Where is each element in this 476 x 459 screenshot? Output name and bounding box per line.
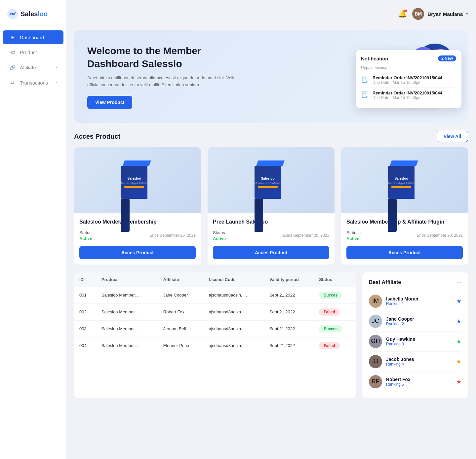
view-product-button[interactable]: View Product bbox=[87, 96, 132, 109]
chevron-down-icon: ▾ bbox=[466, 12, 468, 16]
access-product-section: Acces Product View All Salesloo Membersh… bbox=[74, 131, 468, 265]
box-right bbox=[388, 199, 397, 232]
cell-validity: Sept 21,2022 bbox=[264, 320, 314, 337]
notif-order: Reminder Order INV/20210915/044 bbox=[373, 75, 442, 80]
table-row: 004 Salesloo Member. . . Eleanor Pena aj… bbox=[74, 337, 356, 354]
cell-id: 003 bbox=[74, 320, 96, 337]
sidebar-item-label: Affiliate bbox=[20, 65, 36, 70]
main-content: 🔔 BM Bryan Maulana ▾ Welcome to the Memb… bbox=[66, 0, 476, 459]
affiliate-rank: Ranking 1 bbox=[386, 301, 452, 306]
cell-product: Salesloo Member. . . bbox=[96, 337, 158, 354]
product-meta-1: Status : Active Ends September 20, 2021 bbox=[79, 230, 196, 241]
svg-point-1 bbox=[12, 13, 14, 15]
hero-description: Amet minim mollit non deserunt ullamco e… bbox=[87, 75, 246, 88]
dashboard-icon: ⊞ bbox=[9, 34, 16, 40]
status-value: Active bbox=[346, 236, 359, 241]
table-body: 001 Salesloo Member. . . Jane Cooper ajs… bbox=[74, 287, 356, 354]
cell-license: ajsdhausd8aosih. . . bbox=[203, 287, 264, 303]
status-value: Active bbox=[79, 236, 92, 241]
sidebar-item-affiliate[interactable]: 🔗 Affiliate › bbox=[3, 60, 63, 74]
box-right bbox=[255, 199, 263, 232]
more-options-button[interactable]: ··· bbox=[456, 279, 461, 286]
affiliate-avatar: GH bbox=[369, 335, 382, 348]
col-product: Product bbox=[96, 272, 158, 287]
sidebar-item-product[interactable]: 🏷 Product bbox=[3, 46, 63, 59]
product-status-3: Status : Active bbox=[346, 230, 361, 241]
cell-validity: Sept 21,2022 bbox=[264, 303, 314, 320]
access-product-button-3[interactable]: Acces Product bbox=[346, 246, 463, 259]
notification-bell[interactable]: 🔔 bbox=[398, 10, 407, 18]
affiliate-info: Jacob Jones Ranking 4 bbox=[386, 357, 452, 367]
product-ends-3: Ends September 20, 2021 bbox=[417, 233, 463, 238]
notif-item-details-2: Reminder Order INV/20210915/044 Due Date… bbox=[373, 90, 442, 100]
notif-item-1: 🧾 Reminder Order INV/20210915/044 Due Da… bbox=[361, 73, 456, 88]
affiliate-name: Jacob Jones bbox=[386, 357, 452, 362]
bottom-section: ID Product Affiliate Licensi Code Validi… bbox=[74, 272, 468, 398]
invoice-icon-2: 🧾 bbox=[361, 90, 369, 98]
notif-order-2: Reminder Order INV/20210915/044 bbox=[373, 90, 442, 95]
ranking-star-icon: ★ bbox=[456, 298, 461, 305]
view-all-button[interactable]: View All bbox=[437, 131, 468, 142]
affiliate-name: Jane Cooper bbox=[386, 316, 452, 322]
transactions-table: ID Product Affiliate Licensi Code Validi… bbox=[74, 272, 356, 398]
notif-section-title: Unpaid Invoice bbox=[361, 65, 456, 70]
product-name-3: Salesloo Membership & Affiliate Plugin bbox=[346, 219, 463, 226]
status-badge: Succes bbox=[319, 325, 342, 333]
sidebar-item-dashboard[interactable]: ⊞ Dashboard bbox=[3, 30, 63, 44]
affiliate-item: JC Jane Cooper Ranking 2 ★ bbox=[369, 311, 461, 332]
chevron-right-icon: › bbox=[56, 65, 57, 70]
affiliate-name: Guy Hawkins bbox=[386, 336, 452, 342]
access-product-button-1[interactable]: Acces Product bbox=[79, 246, 196, 259]
cell-product: Salesloo Member. . . bbox=[96, 320, 158, 337]
notification-popup: Notification 2 New Unpaid Invoice 🧾 Remi… bbox=[356, 50, 461, 108]
cell-id: 002 bbox=[74, 303, 96, 320]
product-box-3d-2: Salesloo Membership & Affiliate bbox=[255, 160, 288, 200]
table-row: 001 Salesloo Member. . . Jane Cooper ajs… bbox=[74, 287, 356, 303]
product-card-body-2: Pree Launch Salesloo Status : Active End… bbox=[208, 213, 335, 265]
affiliate-avatar: RF bbox=[369, 375, 382, 388]
product-name-1: Salesloo Merdeka Membership bbox=[79, 219, 196, 226]
ranking-star-icon: ★ bbox=[456, 378, 461, 385]
box-subtitle: Membership & Affiliate bbox=[121, 182, 147, 185]
cell-validity: Sept 21,2022 bbox=[264, 287, 314, 303]
product-card-1: Salesloo Membership & Affiliate Salesloo… bbox=[74, 147, 201, 265]
cell-affiliate: Jerome Bell bbox=[158, 320, 204, 337]
affiliate-info: Robert Fox Ranking 5 bbox=[386, 377, 452, 387]
hero-title: Welcome to the Member Dashboard Salesslo bbox=[87, 44, 246, 70]
box-front: Salesloo Membership & Affiliate bbox=[255, 166, 281, 199]
affiliate-rank: Ranking 4 bbox=[386, 362, 452, 367]
avatar: BM bbox=[412, 8, 424, 20]
notif-due-2: Due Date : Mar 15 12:50pm bbox=[373, 95, 442, 100]
cell-validity: Sept 21,2022 bbox=[264, 337, 314, 354]
header: 🔔 BM Bryan Maulana ▾ bbox=[74, 7, 468, 22]
box-top bbox=[123, 160, 151, 166]
status-label: Status : bbox=[79, 230, 94, 235]
product-card-img-1: Salesloo Membership & Affiliate bbox=[74, 147, 201, 213]
product-name-2: Pree Launch Salesloo bbox=[213, 219, 329, 226]
affiliate-info: Jane Cooper Ranking 2 bbox=[386, 316, 452, 326]
affiliate-item: IM Isabella Moran Ranking 1 ★ bbox=[369, 291, 461, 311]
table: ID Product Affiliate Licensi Code Validi… bbox=[74, 272, 356, 354]
col-license: Licensi Code bbox=[203, 272, 264, 287]
section-header: Acces Product View All bbox=[74, 131, 468, 142]
status-value: Active bbox=[213, 236, 226, 241]
table-header-row: ID Product Affiliate Licensi Code Validi… bbox=[74, 272, 356, 287]
cell-product: Salesloo Member. . . bbox=[96, 287, 158, 303]
box-stripe bbox=[258, 186, 278, 188]
product-ends-1: Ends September 20, 2021 bbox=[150, 233, 196, 238]
cell-affiliate: Jane Cooper bbox=[158, 287, 204, 303]
product-icon: 🏷 bbox=[9, 50, 16, 55]
user-menu[interactable]: BM Bryan Maulana ▾ bbox=[412, 8, 468, 20]
box-front: Salesloo Membership & Affiliate bbox=[388, 166, 415, 199]
notif-item-details: Reminder Order INV/20210915/044 Due Date… bbox=[373, 75, 442, 85]
transactions-icon: ⇄ bbox=[9, 80, 16, 86]
sidebar-item-transactions[interactable]: ⇄ Transactions › bbox=[3, 76, 63, 89]
logo-text: Salesloo bbox=[20, 10, 48, 18]
box-stripe bbox=[391, 186, 411, 188]
affiliate-avatar: JJ bbox=[369, 355, 382, 368]
access-product-button-2[interactable]: Acces Product bbox=[213, 246, 329, 259]
affiliate-avatar: IM bbox=[369, 295, 382, 308]
product-box-3d-3: Salesloo Membership & Affiliate bbox=[388, 160, 421, 200]
product-meta-3: Status : Active Ends September 20, 2021 bbox=[346, 230, 463, 241]
cell-status: Succes bbox=[314, 287, 356, 303]
